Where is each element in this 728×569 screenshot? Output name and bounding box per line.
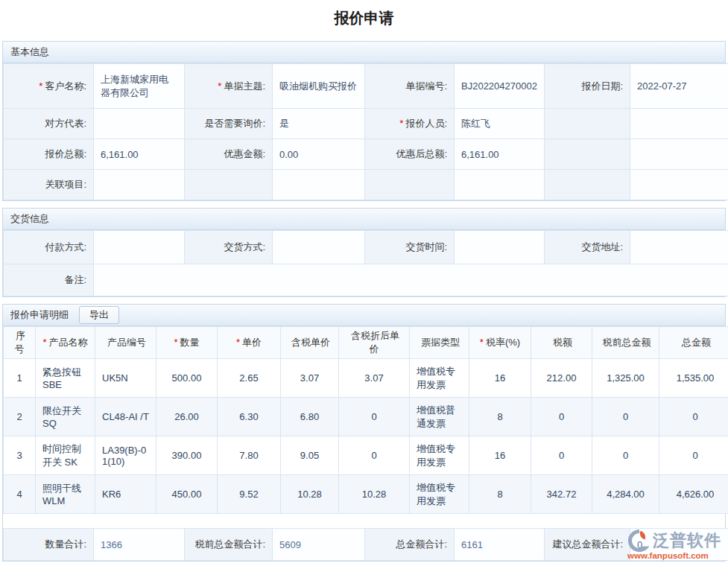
summary-value: 1366 (94, 529, 185, 561)
cell-seq: 4 (4, 475, 36, 514)
field-value: 2022-07-27 (630, 64, 728, 109)
cell-quantity: 500.00 (156, 359, 218, 398)
basic-info-title: 基本信息 (10, 45, 49, 59)
cell-seq: 3 (4, 436, 36, 475)
field-label (185, 170, 273, 200)
field-label-text: 交货时间: (405, 241, 447, 252)
cell-tax-discount-price: 3.07 (339, 359, 410, 398)
cell-quantity: 390.00 (156, 436, 218, 475)
cell-product-code: CL48-AI /T (95, 398, 156, 436)
field-value (94, 109, 185, 139)
field-label: *报价人员: (365, 109, 455, 139)
page-title: 报价申请 (0, 0, 728, 41)
field-label-text: 付款方式: (45, 241, 86, 252)
field-value (455, 231, 545, 264)
cell-total: 4,626.00 (659, 475, 728, 514)
field-label (545, 170, 630, 200)
cell-unit-price: 7.80 (218, 436, 281, 475)
cell-seq: 1 (4, 359, 36, 398)
field-label-text: 是否需要询价: (204, 118, 265, 129)
cell-product-name: 限位开关 SQ (36, 398, 95, 436)
field-value (630, 231, 728, 264)
field-label: 优惠后总额: (365, 139, 455, 170)
cell-tax-price: 10.28 (281, 475, 339, 514)
field-label-text: 单据主题: (224, 80, 265, 92)
field-value: 是 (273, 109, 365, 139)
summary-label-text: 税前总金额合计: (194, 538, 265, 550)
cell-tax-discount-price: 0 (339, 436, 410, 475)
cell-invoice-type: 增值税专用发票 (410, 475, 469, 514)
summary-label: 总金额合计: (365, 529, 455, 561)
cell-product-code: UK5N (95, 359, 156, 398)
cell-pretax-total: 0 (592, 436, 659, 475)
summary-label-text: 建议总金额合计: (552, 538, 623, 550)
field-value: 6,161.00 (94, 139, 185, 170)
column-header-text: 产品编号 (107, 337, 146, 348)
basic-info-table: *客户名称: 上海新城家用电器有限公司 *单据主题: 吸油烟机购买报价 单据编号… (3, 63, 728, 200)
field-label-text: 报价人员: (405, 118, 447, 129)
table-row: 3 时间控制开关 SK LA39(B)-01(10) 390.00 7.80 9… (4, 436, 728, 475)
cell-tax-rate: 16 (469, 359, 531, 398)
summary-row: 数量合计: 1366 税前总金额合计: 5609 总金额合计: 6161 建议总… (4, 529, 728, 561)
column-header: 序号 (4, 327, 36, 359)
required-mark: * (236, 337, 240, 348)
delivery-info-title: 交货信息 (10, 212, 49, 226)
basic-info-panel: 基本信息 *客户名称: 上海新城家用电器有限公司 *单据主题: 吸油烟机购买报价… (2, 41, 726, 201)
field-label-text: 单据编号: (405, 80, 447, 92)
field-value: 吸油烟机购买报价 (273, 64, 365, 109)
field-label: *客户名称: (4, 64, 94, 109)
field-label-text: 报价总额: (45, 148, 86, 159)
field-value: 上海新城家用电器有限公司 (94, 64, 185, 109)
column-header-text: 税率(%) (486, 337, 520, 348)
cell-invoice-type: 增值税普通发票 (410, 398, 469, 436)
table-row: 1 紧急按钮 SBE UK5N 500.00 2.65 3.07 3.07 增值… (4, 359, 728, 398)
field-label-text: 报价日期: (581, 80, 623, 92)
column-header-text: 单价 (242, 337, 262, 348)
column-header-text: 序号 (15, 330, 26, 355)
cell-tax-amount: 342.72 (531, 475, 592, 514)
cell-product-code: LA39(B)-01(10) (95, 436, 156, 475)
summary-label: 税前总金额合计: (185, 529, 273, 561)
table-row: 对方代表: 是否需要询价: 是 *报价人员: 陈红飞 (4, 109, 728, 139)
cell-invoice-type: 增值税专用发票 (410, 436, 469, 475)
field-label-text: 交货方式: (224, 241, 265, 252)
column-header-text: 税额 (553, 337, 572, 348)
field-value (94, 264, 728, 296)
cell-quantity: 26.00 (156, 398, 218, 436)
cell-tax-price: 9.05 (281, 436, 339, 475)
cell-tax-discount-price: 0 (339, 398, 410, 436)
table-row: 4 照明干线 WLM KR6 450.00 9.52 10.28 10.28 增… (4, 475, 728, 514)
column-header-text: 含税折后单价 (351, 330, 399, 355)
field-label: *单据主题: (185, 64, 273, 109)
column-header: *税率(%) (469, 327, 531, 359)
basic-info-header: 基本信息 (3, 42, 725, 63)
field-label: 交货方式: (185, 231, 273, 264)
field-value: BJ202204270002 (455, 64, 545, 109)
column-header-text: 税前总金额 (603, 337, 651, 348)
detail-table: 序号 *产品名称 产品编号 *数量 *单价 含税单价 含税折后单价 票据类型 *… (3, 326, 728, 514)
cell-product-name: 时间控制开关 SK (36, 436, 95, 475)
field-value (94, 170, 185, 200)
summary-label-text: 总金额合计: (396, 538, 447, 550)
cell-product-name: 紧急按钮 SBE (36, 359, 95, 398)
table-row: 2 限位开关 SQ CL48-AI /T 26.00 6.30 6.80 0 增… (4, 398, 728, 436)
column-header: 税前总金额 (592, 327, 659, 359)
column-header: *单价 (218, 327, 281, 359)
export-button[interactable]: 导出 (79, 306, 119, 324)
field-label-text: 对方代表: (45, 118, 86, 129)
summary-label-text: 数量合计: (45, 538, 86, 550)
column-header: 含税折后单价 (339, 327, 410, 359)
required-mark: * (39, 80, 42, 92)
summary-label: 数量合计: (4, 529, 94, 561)
cell-invoice-type: 增值税专用发票 (410, 359, 469, 398)
cell-quantity: 450.00 (156, 475, 218, 514)
cell-total: 0 (659, 398, 728, 436)
column-header-text: 票据类型 (421, 337, 460, 348)
detail-header: 报价申请明细 导出 (3, 305, 725, 326)
field-label: 单据编号: (365, 64, 455, 109)
field-label-text: 关联项目: (45, 179, 86, 190)
field-label: 关联项目: (4, 170, 94, 200)
field-label: 备注: (4, 264, 94, 296)
summary-value: 5609 (273, 529, 365, 561)
field-label-text: 优惠后总额: (396, 148, 447, 159)
